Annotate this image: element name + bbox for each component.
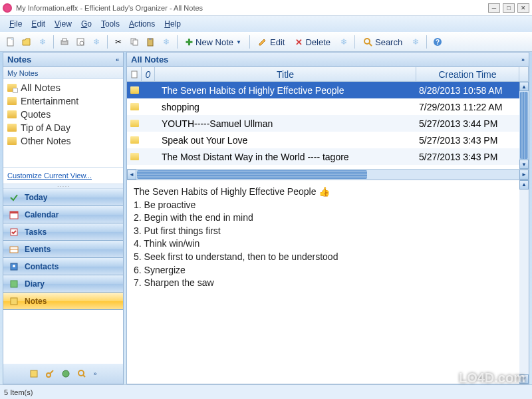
table-row[interactable]: shopping7/29/2013 11:22 AM <box>127 98 519 115</box>
menu-view[interactable]: View <box>51 18 76 30</box>
nav-diary[interactable]: Diary <box>3 275 123 293</box>
window-title: My Information.effx - Efficient Lady's O… <box>16 4 203 12</box>
snowflake-icon[interactable]: ❄ <box>90 35 103 49</box>
close-button[interactable]: ✕ <box>517 3 529 13</box>
nav-contacts[interactable]: Contacts <box>3 258 123 275</box>
col-title-header[interactable]: Title <box>155 67 416 81</box>
time-cell: 8/28/2013 10:58 AM <box>416 85 519 96</box>
table-row[interactable]: The Seven Habits of Highly Effective Peo… <box>127 82 519 98</box>
menubar: FileEditViewGoToolsActionsHelp <box>0 16 532 32</box>
preview-line: 7. Sharpen the saw <box>134 277 522 290</box>
notes-icon <box>9 296 19 307</box>
delete-button[interactable]: ✕ Delete <box>291 35 334 49</box>
globe-icon[interactable] <box>61 369 70 378</box>
preview-scrollbar[interactable]: ▲ ▼ <box>519 180 529 384</box>
scroll-left-icon[interactable]: ◄ <box>127 170 136 180</box>
folder-icon <box>7 110 17 118</box>
statusbar: 5 Item(s) <box>0 384 532 399</box>
nav-tasks[interactable]: Tasks <box>3 223 123 241</box>
note-icon <box>127 86 142 94</box>
search-button[interactable]: Search <box>359 35 406 49</box>
preview-icon[interactable] <box>74 35 87 49</box>
svg-rect-9 <box>149 38 152 40</box>
customize-view-link[interactable]: Customize Current View... <box>3 167 123 184</box>
key-icon[interactable] <box>45 369 55 378</box>
maximize-button[interactable]: □ <box>503 3 515 13</box>
collapse-icon[interactable]: « <box>116 57 119 63</box>
horizontal-scrollbar[interactable]: ◄ ► <box>127 169 529 180</box>
scroll-right-icon[interactable]: ► <box>519 170 529 180</box>
scroll-corner <box>519 67 529 81</box>
scroll-thumb[interactable] <box>520 92 528 159</box>
search-icon[interactable] <box>77 369 86 378</box>
menu-help[interactable]: Help <box>160 18 185 30</box>
title-cell: The Most Distant Way in the World ---- t… <box>155 152 416 162</box>
print-icon[interactable] <box>58 35 71 49</box>
snowflake-icon[interactable]: ❄ <box>160 35 173 49</box>
minimize-button[interactable]: ─ <box>488 3 500 13</box>
nav-label: Contacts <box>25 262 59 271</box>
hscroll-thumb[interactable] <box>137 170 367 179</box>
notes-table: 0 Title Creation Time The Seven Habits o… <box>127 67 529 180</box>
menu-tools[interactable]: Tools <box>97 18 124 30</box>
table-row[interactable]: The Most Distant Way in the World ---- t… <box>127 148 519 165</box>
folder-item[interactable]: Tip of A Day <box>3 121 123 134</box>
col-time-header[interactable]: Creation Time <box>416 67 519 81</box>
titlebar: My Information.effx - Efficient Lady's O… <box>0 0 532 16</box>
folder-item[interactable]: Other Notes <box>3 134 123 148</box>
thumbs-up-icon: 👍 <box>319 186 330 199</box>
title-cell: shopping <box>155 102 416 112</box>
preview-line: 2. Begin with the end in mind <box>134 211 522 225</box>
menu-edit[interactable]: Edit <box>27 18 49 30</box>
open-icon[interactable] <box>20 35 33 49</box>
snowflake-icon[interactable]: ❄ <box>337 35 350 49</box>
help-icon[interactable]: ? <box>431 35 444 49</box>
sidebar: Notes « My Notes All NotesEntertainmentQ… <box>3 52 124 384</box>
note-icon <box>127 136 142 144</box>
folder-item[interactable]: Entertainment <box>3 94 123 108</box>
new-note-label: New Note <box>196 37 233 47</box>
preview-title: The Seven Habits of Highly Effective Peo… <box>134 186 316 199</box>
vertical-scrollbar[interactable]: ▲ ▼ <box>519 82 529 169</box>
svg-rect-22 <box>11 298 17 305</box>
svg-rect-29 <box>132 71 137 78</box>
nav-today[interactable]: Today <box>3 189 123 206</box>
time-cell: 7/29/2013 11:22 AM <box>416 102 519 112</box>
nav-label: Diary <box>25 279 45 289</box>
folder-item[interactable]: Quotes <box>3 108 123 121</box>
sidebar-header: Notes <box>7 55 31 65</box>
menu-go[interactable]: Go <box>77 18 96 30</box>
table-row[interactable]: YOUTH-----Samuel Ullman5/27/2013 3:44 PM <box>127 115 519 132</box>
check-icon <box>9 192 19 203</box>
scroll-up-icon[interactable]: ▲ <box>519 180 529 190</box>
folder-label: Quotes <box>21 109 51 120</box>
cut-icon[interactable]: ✂ <box>112 35 125 49</box>
more-icon[interactable]: » <box>93 370 96 377</box>
col-icon-header[interactable] <box>127 67 142 81</box>
copy-icon[interactable] <box>128 35 141 49</box>
splitter-grip[interactable]: · · · · · <box>3 184 123 189</box>
folder-icon <box>7 97 17 105</box>
nav-notes[interactable]: Notes <box>3 293 123 310</box>
svg-text:?: ? <box>436 39 440 46</box>
new-file-icon[interactable] <box>4 35 17 49</box>
menu-actions[interactable]: Actions <box>125 18 159 30</box>
svg-line-11 <box>369 43 372 46</box>
col-attach-header[interactable]: 0 <box>142 67 155 81</box>
svg-rect-1 <box>11 38 13 40</box>
nav-calendar[interactable]: Calendar <box>3 206 123 223</box>
svg-point-27 <box>78 370 84 376</box>
menu-file[interactable]: File <box>5 18 26 30</box>
shortcut-icon[interactable] <box>29 369 39 378</box>
paste-icon[interactable] <box>144 35 157 49</box>
snowflake-icon[interactable]: ❄ <box>409 35 422 49</box>
nav-events[interactable]: Events <box>3 241 123 258</box>
edit-button[interactable]: Edit <box>254 35 289 49</box>
new-note-button[interactable]: ✚ New Note ▼ <box>182 35 245 49</box>
table-row[interactable]: Speak out Your Love5/27/2013 3:43 PM <box>127 132 519 148</box>
scroll-up-icon[interactable]: ▲ <box>519 82 529 91</box>
expand-icon[interactable]: » <box>521 57 525 63</box>
scroll-down-icon[interactable]: ▼ <box>519 160 529 169</box>
snowflake-icon[interactable]: ❄ <box>36 35 49 49</box>
folder-item[interactable]: All Notes <box>3 80 123 94</box>
